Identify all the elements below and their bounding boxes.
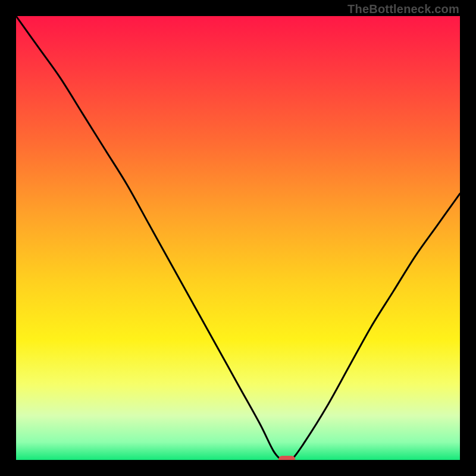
plot-svg [16,16,460,460]
gradient-background [16,16,460,460]
bottleneck-chart [16,16,460,460]
watermark-text: TheBottleneck.com [347,2,459,16]
optimum-marker [278,456,295,460]
